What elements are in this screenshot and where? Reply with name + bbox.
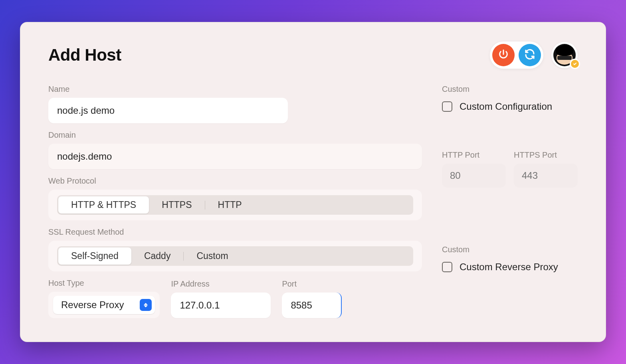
name-input[interactable] (48, 98, 288, 123)
ip-address-label: IP Address (171, 279, 271, 289)
ssl-method-segmented: Self-Signed Caddy Custom (48, 241, 422, 271)
port-input[interactable] (282, 293, 342, 318)
protocol-option-http[interactable]: HTTP (205, 196, 255, 214)
protocol-option-https[interactable]: HTTPS (149, 196, 204, 214)
user-avatar[interactable] (551, 42, 578, 68)
host-type-select[interactable]: Reverse Proxy (48, 292, 160, 318)
https-port-label: HTTPS Port (514, 150, 578, 160)
custom-configuration-label: Custom Configuration (460, 101, 552, 112)
web-protocol-label: Web Protocol (48, 176, 422, 186)
domain-label: Domain (48, 131, 422, 140)
header: Add Host (48, 42, 578, 69)
custom-section-label: Custom (442, 85, 578, 94)
http-port-input[interactable] (442, 164, 506, 188)
ssl-option-self-signed[interactable]: Self-Signed (58, 247, 131, 265)
host-type-label: Host Type (48, 279, 160, 288)
custom-configuration-checkbox[interactable] (442, 101, 452, 112)
protocol-option-http-https[interactable]: HTTP & HTTPS (58, 196, 149, 214)
https-port-input[interactable] (514, 164, 578, 188)
verified-badge-icon (570, 59, 580, 69)
ssl-method-label: SSL Request Method (48, 228, 422, 237)
host-type-value: Reverse Proxy (61, 299, 124, 311)
ssl-option-custom[interactable]: Custom (184, 247, 241, 265)
domain-input[interactable] (48, 144, 422, 169)
page-title: Add Host (48, 46, 121, 65)
action-pill (490, 42, 543, 69)
name-label: Name (48, 85, 422, 94)
custom-reverse-proxy-label: Custom Reverse Proxy (460, 261, 558, 273)
custom-reverse-proxy-checkbox[interactable] (442, 262, 452, 272)
refresh-icon (524, 48, 536, 62)
web-protocol-segmented: HTTP & HTTPS HTTPS HTTP (48, 190, 422, 220)
header-actions (490, 42, 578, 69)
add-host-window: Add Host (20, 22, 606, 342)
power-icon (498, 49, 509, 61)
port-label: Port (282, 279, 342, 289)
ip-address-input[interactable] (171, 293, 271, 318)
power-button[interactable] (492, 44, 515, 66)
custom-section2-label: Custom (442, 245, 578, 254)
refresh-button[interactable] (519, 44, 541, 66)
ssl-option-caddy[interactable]: Caddy (131, 247, 183, 265)
http-port-label: HTTP Port (442, 150, 506, 160)
chevron-updown-icon (140, 299, 152, 311)
